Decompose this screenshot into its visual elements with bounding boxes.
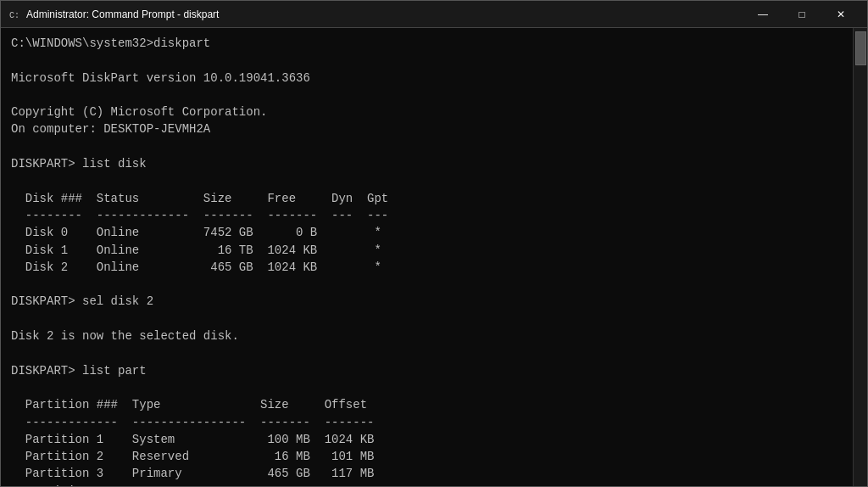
title-bar-controls: — □ ✕ (743, 1, 860, 28)
window-title: Administrator: Command Prompt - diskpart (26, 8, 219, 20)
title-bar-left: C: Administrator: Command Prompt - diskp… (8, 8, 219, 21)
terminal[interactable]: C:\WINDOWS\system32>diskpart Microsoft D… (1, 28, 853, 486)
minimize-button[interactable]: — (743, 1, 782, 28)
maximize-button[interactable]: □ (782, 1, 821, 28)
title-bar: C: Administrator: Command Prompt - diskp… (1, 1, 867, 28)
window: C: Administrator: Command Prompt - diskp… (0, 0, 868, 487)
scrollbar-thumb[interactable] (855, 31, 866, 65)
scrollbar[interactable] (853, 28, 867, 486)
terminal-output: C:\WINDOWS\system32>diskpart Microsoft D… (11, 35, 843, 486)
content-area: C:\WINDOWS\system32>diskpart Microsoft D… (1, 28, 867, 486)
svg-text:C:: C: (9, 11, 19, 20)
cmd-icon: C: (8, 8, 21, 21)
close-button[interactable]: ✕ (821, 1, 860, 28)
